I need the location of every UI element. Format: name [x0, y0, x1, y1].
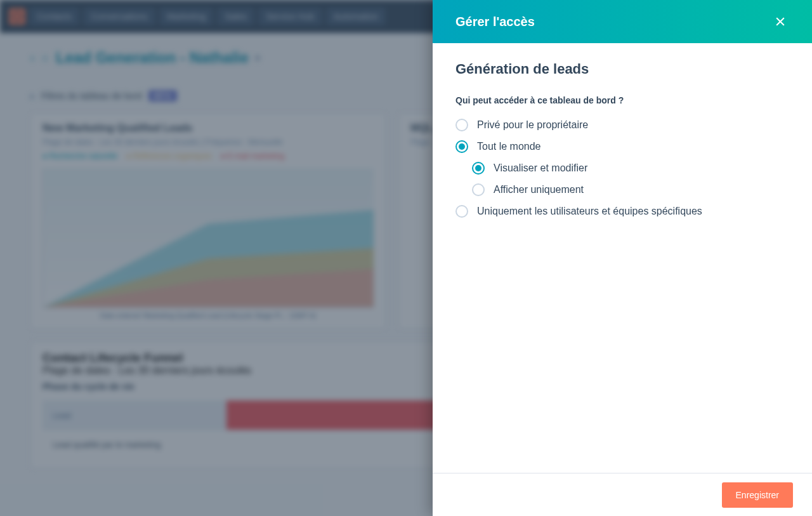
radio-icon — [455, 119, 468, 131]
radio-icon — [472, 162, 485, 175]
close-button[interactable] — [771, 13, 789, 30]
radio-everyone[interactable]: Tout le monde — [455, 136, 789, 157]
access-question: Qui peut accéder à ce tableau de bord ? — [455, 95, 789, 105]
radio-label: Visualiser et modifier — [494, 162, 587, 174]
radio-icon — [455, 205, 468, 218]
radio-icon — [455, 140, 468, 153]
radio-view-only[interactable]: Afficher uniquement — [455, 179, 789, 201]
radio-label: Uniquement les utilisateurs et équipes s… — [477, 206, 702, 217]
save-button[interactable]: Enregistrer — [722, 482, 793, 508]
radio-label: Tout le monde — [477, 141, 541, 152]
panel-header: Gérer l'accès — [433, 0, 812, 43]
radio-icon — [472, 183, 485, 196]
radio-private[interactable]: Privé pour le propriétaire — [455, 114, 789, 136]
radio-label: Afficher uniquement — [494, 184, 584, 195]
radio-view-edit[interactable]: Visualiser et modifier — [455, 157, 789, 179]
panel-footer: Enregistrer — [433, 473, 812, 516]
manage-access-panel: Gérer l'accès Génération de leads Qui pe… — [433, 0, 812, 516]
radio-label: Privé pour le propriétaire — [477, 119, 588, 131]
radio-specific[interactable]: Uniquement les utilisateurs et équipes s… — [455, 201, 789, 222]
panel-body: Génération de leads Qui peut accéder à c… — [433, 43, 812, 473]
close-icon — [774, 15, 787, 28]
panel-title: Gérer l'accès — [455, 15, 771, 29]
panel-subtitle: Génération de leads — [455, 61, 789, 77]
